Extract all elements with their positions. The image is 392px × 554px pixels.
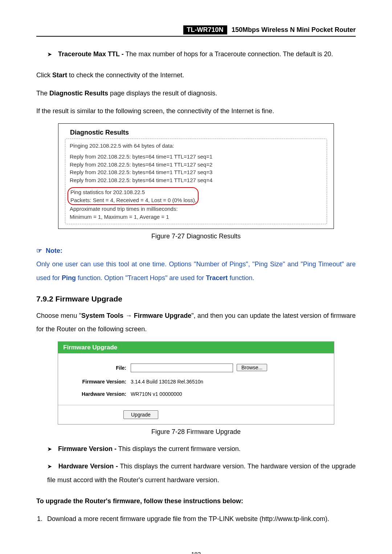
fw-row-hwver: Hardware Version: WR710N v1 00000000 xyxy=(68,391,324,397)
browse-button[interactable]: Browse... xyxy=(237,364,267,371)
arrow-text: → xyxy=(123,312,134,319)
header-desc: 150Mbps Wireless N Mini Pocket Router xyxy=(229,26,356,34)
text: function. Option "Tracert Hops" are used… xyxy=(76,274,206,282)
diag-rtt: Minimum = 1, Maximum = 1, Average = 1 xyxy=(70,213,322,221)
hand-icon: ☞ xyxy=(36,247,42,254)
ol-item-1: 1. Download a more recent firmware upgra… xyxy=(36,512,356,526)
text: The xyxy=(36,90,49,97)
figure-caption-27: Figure 7-27 Diagnostic Results xyxy=(36,233,356,240)
file-input[interactable] xyxy=(131,364,233,372)
arrow-icon: ➤ xyxy=(47,446,52,452)
header-model: TL-WR710N xyxy=(183,25,227,34)
fwver-label: Firmware Version: xyxy=(68,379,131,385)
bullet-term: Traceroute Max TTL - xyxy=(58,50,124,58)
diag-reply: Reply from 202.108.22.5: bytes=64 time=1… xyxy=(70,176,322,184)
upgrade-instructions-heading: To upgrade the Router's firmware, follow… xyxy=(36,495,356,508)
note-body: Only one user can use this tool at one t… xyxy=(36,258,356,285)
fw-panel-footer: Upgrade xyxy=(58,405,334,424)
bullet-firmware-version: ➤ Firmware Version - This displays the c… xyxy=(36,442,356,456)
note-label: ☞Note: xyxy=(36,247,356,255)
text: Click xyxy=(36,71,52,79)
paragraph-diag-results: The Diagnostic Results page displays the… xyxy=(36,87,356,100)
text: to check the connectivity of the Interne… xyxy=(67,71,184,79)
fw-panel-body: File: Browse... Firmware Version: 3.14.4… xyxy=(58,353,334,405)
diag-highlight-oval: Ping statistics for 202.108.22.5 Packets… xyxy=(68,187,199,205)
text-bold: Ping xyxy=(62,274,76,282)
diag-reply: Reply from 202.108.22.5: bytes=64 time=1… xyxy=(70,168,322,176)
page-header: TL-WR710N 150Mbps Wireless N Mini Pocket… xyxy=(36,25,356,37)
diag-stat: Ping statistics for 202.108.22.5 xyxy=(70,188,196,196)
file-value: Browse... xyxy=(131,364,324,372)
ol-body: Download a more recent firmware upgrade … xyxy=(47,512,356,526)
text-bold: Start xyxy=(52,71,67,79)
hwver-value: WR710N v1 00000000 xyxy=(131,391,324,397)
figure-caption-28: Figure 7-28 Firmware Upgrade xyxy=(36,428,356,436)
text-bold: Firmware Upgrade xyxy=(134,312,191,319)
file-label: File: xyxy=(68,365,131,371)
text-bold: System Tools xyxy=(81,312,123,319)
text: Choose menu " xyxy=(36,312,81,319)
paragraph-click-start: Click Start to check the connectivity of… xyxy=(36,69,356,82)
bullet-rest: The max number of hops for a Traceroute … xyxy=(124,50,333,58)
arrow-icon: ➤ xyxy=(47,51,52,57)
page-number: - 183 - xyxy=(36,551,356,554)
text: function. xyxy=(228,274,254,282)
upgrade-button[interactable]: Upgrade xyxy=(123,410,158,419)
text: page displays the result of diagnosis. xyxy=(108,90,217,97)
fw-row-file: File: Browse... xyxy=(68,364,324,372)
ol-number: 1. xyxy=(36,512,47,526)
bullet-term: Firmware Version - xyxy=(58,445,117,452)
diag-reply: Reply from 202.108.22.5: bytes=64 time=1… xyxy=(70,161,322,169)
diag-stat: Packets: Sent = 4, Received = 4, Lost = … xyxy=(70,196,196,204)
fw-row-fwver: Firmware Version: 3.14.4 Build 130128 Re… xyxy=(68,379,324,385)
figure-firmware-upgrade: Firmware Upgrade File: Browse... Firmwar… xyxy=(58,341,334,424)
fwver-value: 3.14.4 Build 130128 Rel.36510n xyxy=(131,379,324,385)
diag-ping-header: Pinging 202.108.22.5 with 64 bytes of da… xyxy=(70,142,322,150)
diag-rtt: Approximate round trip times in millisec… xyxy=(70,205,322,213)
hwver-label: Hardware Version: xyxy=(68,391,131,397)
bullet-traceroute-ttl: ➤ Traceroute Max TTL - The max number of… xyxy=(36,48,356,61)
fw-panel-header: Firmware Upgrade xyxy=(58,342,334,353)
note-label-text: Note: xyxy=(46,247,62,254)
paragraph-firmware-upgrade: Choose menu "System Tools → Firmware Upg… xyxy=(36,309,356,337)
bullet-term: Hardware Version - xyxy=(58,463,118,470)
page-root: TL-WR710N 150Mbps Wireless N Mini Pocket… xyxy=(0,0,392,554)
paragraph-if-result: If the result is similar to the followin… xyxy=(36,104,356,118)
diag-box: Pinging 202.108.22.5 with 64 bytes of da… xyxy=(65,139,327,224)
text-bold: Tracert xyxy=(206,274,228,282)
bullet-rest: This displays the current firmware versi… xyxy=(117,445,241,452)
arrow-icon: ➤ xyxy=(47,463,52,469)
diag-title: Diagnostic Results xyxy=(65,128,327,139)
diag-reply: Reply from 202.108.22.5: bytes=64 time=1… xyxy=(70,153,322,161)
text-bold: Diagnostic Results xyxy=(49,90,108,97)
section-title: 7.9.2 Firmware Upgrade xyxy=(36,295,356,303)
bullet-hardware-version: ➤ Hardware Version - This displays the c… xyxy=(36,460,356,487)
figure-diagnostic-results: Diagnostic Results Pinging 202.108.22.5 … xyxy=(58,123,334,229)
